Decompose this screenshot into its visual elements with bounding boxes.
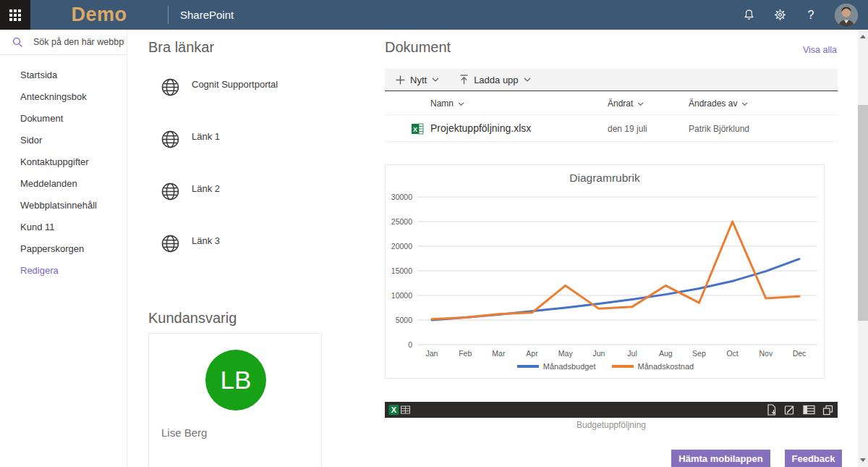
- svg-text:Jan: Jan: [426, 349, 438, 358]
- notifications-bell-icon[interactable]: [741, 8, 756, 22]
- topbar-divider: [168, 6, 169, 24]
- upload-icon: [459, 75, 469, 85]
- help-icon[interactable]: ?: [804, 8, 818, 22]
- legend-swatch: [517, 365, 539, 368]
- chart-title: Diagramrubrik: [386, 172, 824, 185]
- legend-item-m-nadsbudget: Månadsbudget: [517, 362, 596, 371]
- owner-initials: LB: [221, 366, 252, 395]
- embed-caption: Budgetuppföljning: [385, 420, 838, 430]
- excel-embed-bar: X: [385, 402, 838, 418]
- chevron-down-icon: [524, 77, 531, 82]
- upload-button-label: Ladda upp: [474, 75, 518, 85]
- svg-text:Dec: Dec: [793, 349, 807, 358]
- left-sidebar: StartsidaAnteckningsbokDokumentSidorKont…: [0, 30, 127, 467]
- globe-icon: [161, 77, 180, 97]
- search-input[interactable]: [32, 36, 126, 48]
- feedback-button[interactable]: Feedback: [785, 450, 842, 467]
- sort-chevron-icon: [637, 102, 644, 106]
- svg-text:X: X: [413, 126, 417, 133]
- app-launcher-button[interactable]: [0, 0, 30, 30]
- scrollbar-up-arrow-icon[interactable]: [860, 35, 866, 38]
- get-mobile-app-button[interactable]: Hämta mobilappen: [671, 450, 770, 467]
- sidebar-item-kontaktuppgifter[interactable]: Kontaktuppgifter: [20, 151, 127, 173]
- owner-initials-avatar[interactable]: LB: [205, 350, 266, 411]
- legend-item-m-nadskostnad: Månadskostnad: [612, 362, 694, 371]
- documents-table-header: NamnÄndratÄndrades av: [385, 92, 838, 115]
- quick-link-l-nk-3[interactable]: Länk 3: [148, 234, 367, 253]
- top-bar: Demo SharePoint ?: [0, 0, 868, 30]
- document-row[interactable]: XProjektuppföljning.xlsxden 19 juliPatri…: [385, 115, 838, 142]
- scrollbar-thumb[interactable]: [858, 105, 868, 321]
- svg-text:Apr: Apr: [526, 349, 538, 358]
- svg-text:20000: 20000: [391, 242, 412, 251]
- settings-gear-icon[interactable]: [773, 8, 787, 22]
- svg-text:X: X: [391, 405, 397, 414]
- brand-logo[interactable]: Demo: [30, 0, 168, 30]
- user-avatar[interactable]: [835, 4, 858, 27]
- sidebar-item-anteckningsbok[interactable]: Anteckningsbok: [20, 86, 127, 108]
- globe-icon: [161, 182, 180, 201]
- document-modified-by: Patrik Björklund: [689, 124, 749, 134]
- sidebar-item-sidor[interactable]: Sidor: [20, 130, 127, 151]
- owner-title: Kundansvarig: [148, 310, 367, 327]
- quick-link-l-nk-2[interactable]: Länk 2: [148, 182, 367, 201]
- quick-links-title: Bra länkar: [148, 39, 367, 56]
- excel-file-icon: X: [411, 122, 424, 135]
- vertical-scrollbar[interactable]: [858, 30, 868, 467]
- owner-card: LB Lise Berg Kundansvarig för Kund11 sed…: [148, 333, 322, 467]
- scrollbar-down-arrow-icon[interactable]: [860, 458, 866, 462]
- sidebar-item-webbplatsinneh-ll[interactable]: Webbplatsinnehåll: [20, 195, 127, 216]
- sidebar-item-dokument[interactable]: Dokument: [20, 108, 127, 130]
- svg-text:Jun: Jun: [592, 349, 605, 358]
- svg-text:15000: 15000: [391, 266, 412, 275]
- sidebar-item-redigera[interactable]: Redigera: [20, 260, 127, 282]
- document-modified: den 19 juli: [608, 124, 647, 134]
- legend-label: Månadskostnad: [638, 362, 694, 371]
- sidebar-item-papperskorgen[interactable]: Papperskorgen: [20, 238, 127, 260]
- view-all-link[interactable]: Visa alla: [803, 45, 837, 55]
- sort-chevron-icon: [458, 102, 464, 106]
- svg-text:30000: 30000: [391, 193, 412, 201]
- middle-column: Bra länkar Cognit SupportportalLänk 1Län…: [148, 30, 367, 467]
- documents-section: Dokument Visa alla Nytt Ladda upp Nam: [385, 30, 838, 164]
- sidebar-item-meddelanden[interactable]: Meddelanden: [20, 173, 127, 195]
- quick-link-cognit-supportportal[interactable]: Cognit Supportportal: [148, 77, 367, 97]
- globe-icon: [161, 234, 180, 253]
- download-file-icon[interactable]: [766, 404, 777, 416]
- document-name[interactable]: Projektuppföljning.xlsx: [430, 122, 531, 134]
- product-name[interactable]: SharePoint: [180, 0, 234, 30]
- open-in-new-window-icon[interactable]: [822, 405, 833, 416]
- svg-text:Nov: Nov: [759, 349, 773, 358]
- column-header-ndrat[interactable]: Ändrat: [608, 98, 644, 109]
- quick-links-list: Cognit SupportportalLänk 1Länk 2Länk 3: [148, 77, 367, 253]
- svg-text:Jul: Jul: [627, 349, 637, 358]
- quick-link-label: Länk 2: [192, 182, 220, 194]
- chart-card: Diagramrubrik 05000100001500020000250003…: [385, 164, 825, 379]
- documents-command-bar: Nytt Ladda upp: [385, 69, 838, 91]
- sidebar-item-startsida[interactable]: Startsida: [20, 64, 127, 86]
- svg-text:25000: 25000: [391, 217, 412, 226]
- quick-link-label: Länk 3: [192, 234, 220, 246]
- sidebar-nav: StartsidaAnteckningsbokDokumentSidorKont…: [0, 55, 127, 282]
- site-search[interactable]: [0, 30, 127, 55]
- svg-text:Oct: Oct: [726, 349, 738, 358]
- sidebar-item-kund-11[interactable]: Kund 11: [20, 216, 127, 238]
- waffle-icon: [9, 9, 21, 21]
- excel-logo-icon: X: [388, 404, 412, 416]
- upload-button[interactable]: Ladda upp: [459, 75, 530, 85]
- svg-text:Aug: Aug: [659, 349, 673, 358]
- chart-legend: MånadsbudgetMånadskostnad: [386, 362, 825, 371]
- legend-swatch: [612, 365, 634, 368]
- quick-link-l-nk-1[interactable]: Länk 1: [148, 130, 367, 149]
- new-button[interactable]: Nytt: [396, 75, 439, 85]
- column-header-namn[interactable]: Namn: [430, 98, 464, 109]
- plus-icon: [396, 75, 405, 85]
- edit-workbook-icon[interactable]: [784, 404, 796, 416]
- svg-text:May: May: [558, 349, 574, 358]
- legend-label: Månadsbudget: [543, 362, 596, 371]
- quick-link-label: Cognit Supportportal: [192, 77, 278, 90]
- column-header-ndrades-av[interactable]: Ändrades av: [689, 98, 748, 109]
- svg-text:Feb: Feb: [459, 349, 472, 358]
- data-table-icon[interactable]: [803, 405, 815, 415]
- sort-chevron-icon: [741, 102, 748, 106]
